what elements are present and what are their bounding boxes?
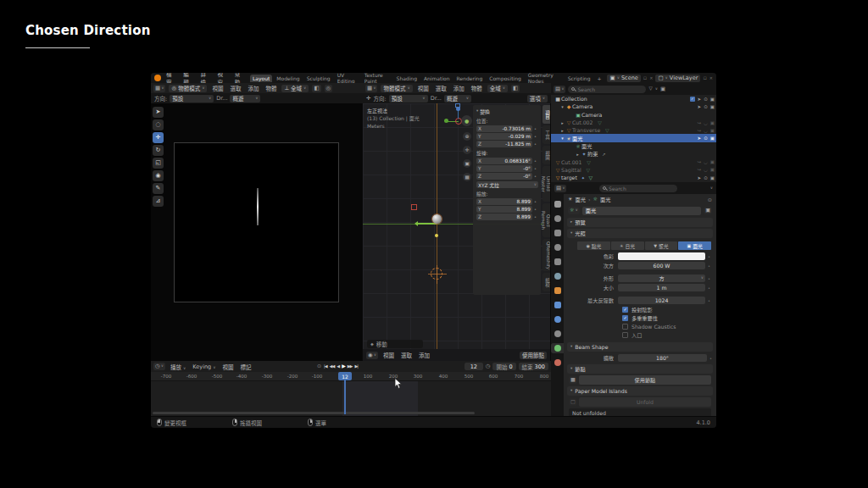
lock-icon[interactable]: •	[534, 134, 538, 139]
expander-icon[interactable]: ▸	[559, 128, 565, 133]
fake-user-button[interactable]: ▣	[704, 207, 712, 214]
playhead-line[interactable]	[344, 380, 346, 414]
playhead-label[interactable]: 12	[338, 372, 352, 380]
hide-icon[interactable]: ⊙	[704, 104, 708, 109]
tab-paper-model[interactable]: 紙模	[542, 273, 551, 291]
bounces-field[interactable]: 1024	[618, 297, 705, 304]
editor-type-button[interactable]: ▤∨	[554, 185, 566, 192]
editor-type-button[interactable]: ◉∨	[366, 352, 378, 359]
tool-drag-dropdown[interactable]: 概遊∨	[444, 95, 471, 103]
tab-view-layer[interactable]	[551, 242, 564, 252]
power-field[interactable]: 600 W	[618, 262, 705, 269]
location-z-field[interactable]: Z-11.825 m	[476, 141, 532, 147]
tab-modeling[interactable]: Modeling	[274, 75, 302, 82]
render-visibility-icon[interactable]: ▣	[710, 128, 715, 133]
snap-toggle[interactable]: ◧	[312, 85, 320, 92]
lock-icon[interactable]: •	[534, 166, 538, 171]
camera-view-button[interactable]: ▣	[463, 159, 471, 168]
animate-dot[interactable]: •	[705, 254, 713, 259]
selectable-icon[interactable]: ➤	[698, 136, 702, 141]
spread-field[interactable]: 180°	[618, 354, 707, 362]
ortho-toggle-button[interactable]: ▦	[463, 173, 471, 181]
viewport-camera-view[interactable]	[151, 103, 363, 361]
tab-modifiers[interactable]	[551, 300, 564, 310]
blender-logo-icon[interactable]	[154, 75, 161, 81]
light-type-sun[interactable]: ☀日光	[611, 241, 644, 250]
operator-panel[interactable]: ◈ 移動	[367, 340, 423, 348]
options-dropdown[interactable]: 選項∨	[527, 95, 548, 103]
measure-tool[interactable]: ⊿	[153, 196, 164, 207]
animate-dot[interactable]: •	[705, 263, 713, 269]
jump-to-end-button[interactable]: ▶|	[354, 363, 358, 369]
light-type-spot[interactable]: ▼聚光	[645, 241, 678, 250]
tab-layout[interactable]: Layout	[250, 75, 272, 82]
transform-orientation-dropdown[interactable]: 全域∨	[487, 85, 508, 92]
caustics-checkbox[interactable]	[622, 324, 628, 330]
outliner-row-transverse[interactable]: ▸ ▽ Transverse ▽ ↪◡▣	[551, 126, 716, 134]
gizmo-green-handle[interactable]	[444, 119, 448, 123]
paper-model-panel-header[interactable]: ▾Paper Model Islands	[567, 386, 713, 396]
next-keyframe-button[interactable]: ▶▶	[348, 363, 353, 369]
tool-drag-dropdown[interactable]: 概遊∨	[230, 95, 260, 103]
marker-menu[interactable]: 標記	[239, 363, 253, 371]
tab-qremeshify[interactable]: QRemeshify	[542, 239, 551, 271]
animate-dot[interactable]: •	[707, 356, 715, 361]
tab-tool[interactable]: 工具	[542, 125, 551, 144]
tab-physics[interactable]	[551, 314, 564, 324]
selectable-icon[interactable]: ➤	[698, 97, 702, 102]
use-nodes-button[interactable]: 使用節點	[579, 375, 711, 385]
expander-icon[interactable]: ▸	[575, 152, 581, 157]
hide-icon[interactable]: ⊙	[704, 97, 708, 102]
mode-dropdown[interactable]: ◎物體模式∨	[169, 85, 207, 92]
hide-icon[interactable]: ⊙	[704, 175, 708, 180]
breadcrumb-object[interactable]: 面光	[576, 196, 586, 203]
indirect-icon[interactable]: ◡	[704, 159, 708, 164]
viewlayer-selector[interactable]: ▢ ∨ ViewLayer	[655, 75, 700, 82]
lock-icon[interactable]: •	[534, 174, 538, 179]
use-nodes-toggle[interactable]: 使用節點	[520, 352, 547, 359]
outliner-row-camera[interactable]: ▾ ◆ Camera ➤⊙▣	[551, 103, 716, 110]
outliner-row-cut001[interactable]: ▽ Cut.001 ▽ ↪◡▣	[551, 158, 716, 165]
render-visibility-icon[interactable]: ▣	[710, 167, 715, 172]
location-x-field[interactable]: X-0.73016 m	[476, 125, 532, 132]
shadow-checkbox[interactable]: ✓	[622, 307, 628, 313]
editor-type-button[interactable]: ▦∨	[153, 85, 165, 92]
play-reverse-button[interactable]: ◀	[337, 363, 339, 369]
animate-dot[interactable]: •	[705, 276, 713, 281]
outliner-row-camera-data[interactable]: ▣ Camera	[551, 111, 716, 119]
lock-icon[interactable]: •	[534, 207, 538, 212]
light-type-area[interactable]: ▣面光	[678, 241, 711, 250]
selectable-icon[interactable]: ➤	[698, 175, 702, 180]
keying-menu[interactable]: Keying ∨	[191, 363, 217, 370]
start-frame-field[interactable]: 開始0	[492, 363, 515, 370]
preview-panel-header[interactable]: ▸預覽	[567, 218, 713, 227]
view-menu[interactable]: 視圖	[221, 363, 236, 371]
search-input[interactable]	[577, 86, 643, 92]
indirect-icon[interactable]: ◡	[704, 120, 708, 125]
selectable-icon[interactable]: ➤	[698, 104, 702, 109]
transform-panel-header[interactable]: ▾變換	[476, 108, 538, 115]
pan-button[interactable]: ✛	[463, 146, 471, 154]
new-collection-icon[interactable]: ▣	[660, 86, 665, 92]
lock-icon[interactable]: •	[534, 158, 538, 164]
delete-scene-icon[interactable]: ✕	[649, 76, 653, 80]
y-axis-gizmo-arrow[interactable]	[415, 223, 437, 225]
pin-icon[interactable]: ⊙	[708, 197, 712, 202]
tab-compositing[interactable]: Compositing	[487, 75, 524, 82]
datablock-type-button[interactable]: ☼∨	[568, 207, 580, 214]
annotate-tool[interactable]: ✎	[153, 183, 164, 194]
lock-icon[interactable]: •	[534, 214, 538, 219]
tab-object[interactable]	[551, 286, 564, 296]
view-menu[interactable]: 視圖	[210, 84, 225, 92]
search-input[interactable]	[609, 186, 674, 191]
object-menu[interactable]: 物體	[264, 84, 278, 92]
view-menu[interactable]: 視圖	[416, 84, 431, 92]
outliner-row-sagittal[interactable]: ▽ Sagittal ▽ ↪◡▣	[551, 166, 716, 174]
move-tool[interactable]: ✛	[153, 132, 164, 143]
mode-dropdown[interactable]: 物體模式∨	[381, 85, 412, 92]
render-visibility-icon[interactable]: ▣	[710, 159, 715, 164]
tab-shading[interactable]: Shading	[394, 75, 420, 82]
outliner-row-target[interactable]: ▽ target ✦ ▽ ➤⊙▣	[551, 174, 716, 181]
render-visibility-icon[interactable]: ▣	[710, 175, 715, 180]
view-menu[interactable]: 視圖	[381, 351, 396, 359]
